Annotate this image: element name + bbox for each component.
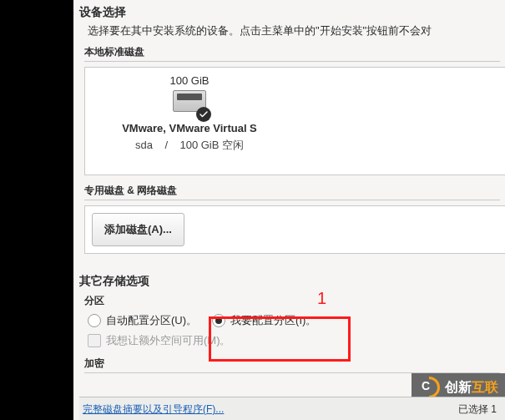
- hard-drive-icon: [173, 90, 206, 117]
- watermark-text-1: 创新: [445, 380, 472, 394]
- manual-partition-radio[interactable]: 我要配置分区(I)。: [212, 313, 316, 328]
- auto-partition-radio[interactable]: 自动配置分区(U)。: [88, 313, 197, 328]
- selected-count: 已选择 1: [458, 402, 497, 417]
- disk-free: 100 GiB 空闲: [179, 139, 244, 151]
- device-selection-instruction: 选择要在其中安装系统的设备。点击主菜单中的"开始安装"按钮前不会对: [88, 23, 505, 38]
- extra-space-label: 我想让额外空间可用(M)。: [106, 333, 231, 348]
- checkbox-icon: [88, 334, 101, 347]
- extra-space-checkbox: 我想让额外空间可用(M)。: [88, 333, 231, 348]
- other-storage-title: 其它存储选项: [79, 274, 505, 289]
- add-disk-button[interactable]: 添加磁盘(A)...: [92, 213, 184, 246]
- disk-detail: sda / 100 GiB 空闲: [85, 138, 294, 153]
- annotation-number-1: 1: [317, 289, 326, 308]
- special-disks-header: 专用磁盘 & 网络磁盘: [84, 184, 500, 200]
- local-disks-panel: 100 GiB VMware, VMware Virtual S sda / 1…: [84, 67, 505, 175]
- footer-bar: 完整磁盘摘要以及引导程序(F)... 已选择 1: [79, 397, 505, 420]
- disk-item[interactable]: 100 GiB VMware, VMware Virtual S sda / 1…: [85, 74, 294, 153]
- radio-icon: [88, 314, 101, 327]
- special-disks-panel: 添加磁盘(A)...: [84, 205, 505, 254]
- radio-selected-icon: [212, 314, 225, 327]
- manual-partition-label: 我要配置分区(I)。: [230, 313, 316, 328]
- disk-dev: sda: [135, 139, 153, 151]
- main-content: 设备选择 选择要在其中安装系统的设备。点击主菜单中的"开始安装"按钮前不会对 本…: [79, 3, 505, 373]
- disk-sep: /: [164, 139, 168, 151]
- encrypt-header: 加密: [84, 357, 500, 373]
- disk-size: 100 GiB: [85, 74, 294, 87]
- local-disks-header: 本地标准磁盘: [84, 45, 500, 62]
- selected-check-icon: [196, 107, 211, 122]
- disk-name: VMware, VMware Virtual S: [85, 122, 294, 134]
- watermark-text-2: 互联: [472, 380, 498, 394]
- watermark-logo-icon: C: [418, 377, 440, 398]
- disk-summary-link[interactable]: 完整磁盘摘要以及引导程序(F)...: [83, 402, 224, 417]
- device-selection-title: 设备选择: [79, 5, 505, 20]
- auto-partition-label: 自动配置分区(U)。: [106, 313, 197, 328]
- left-black-strip: [0, 0, 73, 420]
- partition-header: 分区: [84, 294, 500, 308]
